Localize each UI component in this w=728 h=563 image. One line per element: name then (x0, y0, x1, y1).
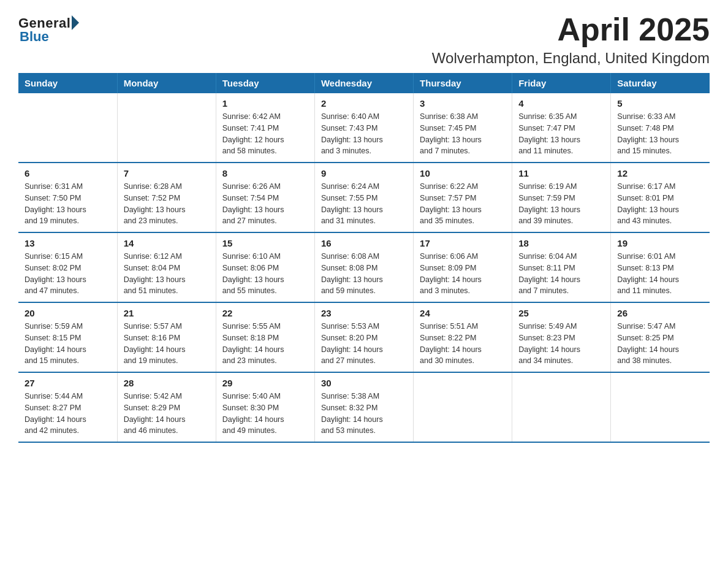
calendar-day-cell: 10Sunrise: 6:22 AMSunset: 7:57 PMDayligh… (414, 163, 512, 232)
day-number: 12 (617, 168, 703, 178)
calendar-day-cell: 21Sunrise: 5:57 AMSunset: 8:16 PMDayligh… (117, 302, 216, 372)
day-info: Sunrise: 6:15 AMSunset: 8:02 PMDaylight:… (25, 251, 111, 297)
calendar-day-cell: 7Sunrise: 6:28 AMSunset: 7:52 PMDaylight… (117, 163, 216, 232)
calendar-day-cell: 29Sunrise: 5:40 AMSunset: 8:30 PMDayligh… (216, 372, 314, 442)
day-info: Sunrise: 6:10 AMSunset: 8:06 PMDaylight:… (222, 251, 308, 297)
day-number: 1 (222, 98, 308, 109)
day-info: Sunrise: 6:06 AMSunset: 8:09 PMDaylight:… (420, 251, 506, 297)
day-number: 24 (420, 308, 506, 318)
day-info: Sunrise: 6:26 AMSunset: 7:54 PMDaylight:… (222, 181, 308, 227)
calendar-week-row: 20Sunrise: 5:59 AMSunset: 8:15 PMDayligh… (18, 302, 710, 372)
day-info: Sunrise: 6:22 AMSunset: 7:57 PMDaylight:… (420, 181, 506, 227)
day-info: Sunrise: 5:40 AMSunset: 8:30 PMDaylight:… (222, 391, 308, 437)
calendar-day-cell: 28Sunrise: 5:42 AMSunset: 8:29 PMDayligh… (117, 372, 216, 442)
header-day-sunday: Sunday (18, 73, 117, 93)
page-title: April 2025 (432, 12, 710, 47)
calendar-day-cell: 6Sunrise: 6:31 AMSunset: 7:50 PMDaylight… (18, 163, 117, 232)
day-number: 28 (124, 378, 210, 388)
header-day-friday: Friday (512, 73, 611, 93)
day-info: Sunrise: 6:28 AMSunset: 7:52 PMDaylight:… (124, 181, 210, 227)
day-info: Sunrise: 6:42 AMSunset: 7:41 PMDaylight:… (222, 111, 308, 157)
calendar-day-cell: 1Sunrise: 6:42 AMSunset: 7:41 PMDaylight… (216, 93, 314, 163)
calendar-day-cell (414, 372, 512, 442)
day-number: 13 (25, 238, 111, 248)
day-info: Sunrise: 6:40 AMSunset: 7:43 PMDaylight:… (321, 111, 407, 157)
day-number: 22 (222, 308, 308, 318)
day-number: 8 (222, 168, 308, 178)
header-day-saturday: Saturday (611, 73, 710, 93)
calendar-table: SundayMondayTuesdayWednesdayThursdayFrid… (18, 73, 710, 443)
day-info: Sunrise: 5:53 AMSunset: 8:20 PMDaylight:… (321, 321, 407, 367)
day-number: 3 (420, 98, 506, 109)
header-day-tuesday: Tuesday (216, 73, 314, 93)
calendar-day-cell: 25Sunrise: 5:49 AMSunset: 8:23 PMDayligh… (512, 302, 611, 372)
logo: General Blue (18, 12, 79, 45)
day-number: 17 (420, 238, 506, 248)
day-info: Sunrise: 5:51 AMSunset: 8:22 PMDaylight:… (420, 321, 506, 367)
day-info: Sunrise: 5:59 AMSunset: 8:15 PMDaylight:… (25, 321, 111, 367)
page-subtitle: Wolverhampton, England, United Kingdom (432, 50, 710, 67)
day-info: Sunrise: 6:38 AMSunset: 7:45 PMDaylight:… (420, 111, 506, 157)
calendar-day-cell (117, 93, 216, 163)
calendar-day-cell (611, 372, 710, 442)
day-info: Sunrise: 5:38 AMSunset: 8:32 PMDaylight:… (321, 391, 407, 437)
day-info: Sunrise: 6:17 AMSunset: 8:01 PMDaylight:… (617, 181, 703, 227)
calendar-day-cell (512, 372, 611, 442)
calendar-day-cell: 8Sunrise: 6:26 AMSunset: 7:54 PMDaylight… (216, 163, 314, 232)
calendar-header-row: SundayMondayTuesdayWednesdayThursdayFrid… (18, 73, 710, 93)
header-day-wednesday: Wednesday (314, 73, 413, 93)
day-info: Sunrise: 5:57 AMSunset: 8:16 PMDaylight:… (124, 321, 210, 367)
calendar-day-cell: 4Sunrise: 6:35 AMSunset: 7:47 PMDaylight… (512, 93, 611, 163)
day-number: 5 (617, 98, 703, 109)
calendar-day-cell (18, 93, 117, 163)
day-number: 14 (124, 238, 210, 248)
day-info: Sunrise: 5:49 AMSunset: 8:23 PMDaylight:… (518, 321, 604, 367)
day-number: 4 (518, 98, 604, 109)
day-info: Sunrise: 6:04 AMSunset: 8:11 PMDaylight:… (518, 251, 604, 297)
calendar-week-row: 13Sunrise: 6:15 AMSunset: 8:02 PMDayligh… (18, 232, 710, 302)
logo-blue-text: Blue (20, 29, 49, 45)
calendar-day-cell: 24Sunrise: 5:51 AMSunset: 8:22 PMDayligh… (414, 302, 512, 372)
day-number: 9 (321, 168, 407, 178)
day-number: 30 (321, 378, 407, 388)
calendar-day-cell: 30Sunrise: 5:38 AMSunset: 8:32 PMDayligh… (314, 372, 413, 442)
calendar-day-cell: 11Sunrise: 6:19 AMSunset: 7:59 PMDayligh… (512, 163, 611, 232)
day-info: Sunrise: 5:44 AMSunset: 8:27 PMDaylight:… (25, 391, 111, 437)
day-info: Sunrise: 6:08 AMSunset: 8:08 PMDaylight:… (321, 251, 407, 297)
page-header: General Blue April 2025 Wolverhampton, E… (18, 12, 710, 67)
calendar-day-cell: 27Sunrise: 5:44 AMSunset: 8:27 PMDayligh… (18, 372, 117, 442)
day-info: Sunrise: 6:33 AMSunset: 7:48 PMDaylight:… (617, 111, 703, 157)
day-number: 11 (518, 168, 604, 178)
day-info: Sunrise: 5:55 AMSunset: 8:18 PMDaylight:… (222, 321, 308, 367)
calendar-day-cell: 16Sunrise: 6:08 AMSunset: 8:08 PMDayligh… (314, 232, 413, 302)
calendar-week-row: 1Sunrise: 6:42 AMSunset: 7:41 PMDaylight… (18, 93, 710, 163)
day-info: Sunrise: 6:12 AMSunset: 8:04 PMDaylight:… (124, 251, 210, 297)
calendar-day-cell: 18Sunrise: 6:04 AMSunset: 8:11 PMDayligh… (512, 232, 611, 302)
calendar-week-row: 27Sunrise: 5:44 AMSunset: 8:27 PMDayligh… (18, 372, 710, 442)
day-number: 2 (321, 98, 407, 109)
calendar-day-cell: 17Sunrise: 6:06 AMSunset: 8:09 PMDayligh… (414, 232, 512, 302)
day-info: Sunrise: 6:01 AMSunset: 8:13 PMDaylight:… (617, 251, 703, 297)
calendar-day-cell: 26Sunrise: 5:47 AMSunset: 8:25 PMDayligh… (611, 302, 710, 372)
calendar-day-cell: 15Sunrise: 6:10 AMSunset: 8:06 PMDayligh… (216, 232, 314, 302)
day-info: Sunrise: 6:24 AMSunset: 7:55 PMDaylight:… (321, 181, 407, 227)
calendar-day-cell: 9Sunrise: 6:24 AMSunset: 7:55 PMDaylight… (314, 163, 413, 232)
calendar-day-cell: 5Sunrise: 6:33 AMSunset: 7:48 PMDaylight… (611, 93, 710, 163)
calendar-day-cell: 19Sunrise: 6:01 AMSunset: 8:13 PMDayligh… (611, 232, 710, 302)
calendar-day-cell: 14Sunrise: 6:12 AMSunset: 8:04 PMDayligh… (117, 232, 216, 302)
calendar-day-cell: 22Sunrise: 5:55 AMSunset: 8:18 PMDayligh… (216, 302, 314, 372)
day-number: 10 (420, 168, 506, 178)
day-number: 27 (25, 378, 111, 388)
day-number: 26 (617, 308, 703, 318)
calendar-day-cell: 13Sunrise: 6:15 AMSunset: 8:02 PMDayligh… (18, 232, 117, 302)
day-number: 25 (518, 308, 604, 318)
day-info: Sunrise: 6:35 AMSunset: 7:47 PMDaylight:… (518, 111, 604, 157)
day-number: 7 (124, 168, 210, 178)
calendar-day-cell: 20Sunrise: 5:59 AMSunset: 8:15 PMDayligh… (18, 302, 117, 372)
day-info: Sunrise: 6:19 AMSunset: 7:59 PMDaylight:… (518, 181, 604, 227)
day-info: Sunrise: 5:42 AMSunset: 8:29 PMDaylight:… (124, 391, 210, 437)
day-info: Sunrise: 5:47 AMSunset: 8:25 PMDaylight:… (617, 321, 703, 367)
calendar-day-cell: 2Sunrise: 6:40 AMSunset: 7:43 PMDaylight… (314, 93, 413, 163)
day-number: 6 (25, 168, 111, 178)
logo-arrow-icon (72, 15, 79, 30)
